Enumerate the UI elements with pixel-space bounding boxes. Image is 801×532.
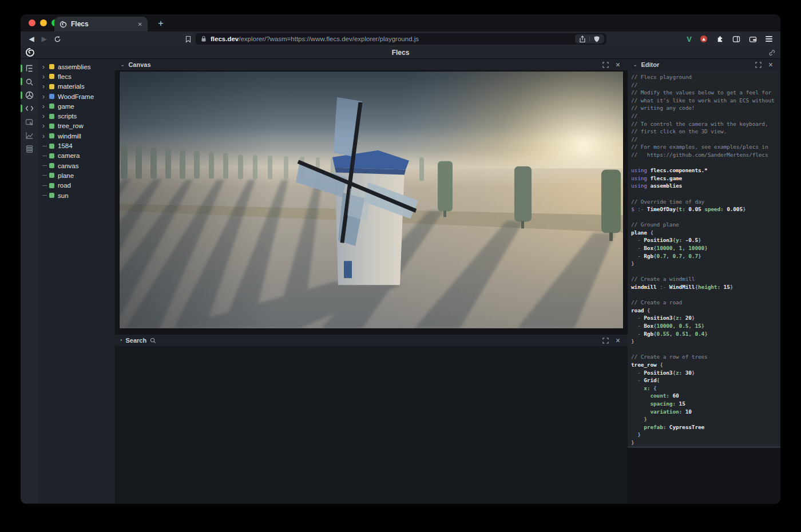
rail-logs-icon[interactable] [21, 142, 38, 155]
code-line: } [631, 431, 780, 439]
expand-icon[interactable]: › [42, 83, 49, 90]
page-title: Flecs [21, 46, 780, 59]
tree-item-windmill[interactable]: ›windmill [38, 131, 115, 141]
editor-resize-handle[interactable] [628, 446, 780, 448]
reload-button[interactable] [52, 31, 62, 46]
code-line: - Box{10000, 1, 10000} [631, 244, 780, 252]
link-icon[interactable] [768, 49, 775, 56]
rail-stats-icon[interactable] [21, 129, 38, 142]
expand-icon[interactable]: › [42, 122, 49, 129]
tree-item-camera[interactable]: camera [38, 151, 115, 161]
tree-item-label: camera [58, 152, 80, 159]
close-window-button[interactable] [29, 19, 35, 26]
code-line: // Create a road [631, 299, 780, 307]
search-fullscreen-button[interactable] [601, 336, 610, 345]
tree-item-road[interactable]: road [38, 181, 115, 190]
code-line: - Box{10000, 0.5, 15} [631, 322, 780, 330]
code-line: prefab: CypressTree [631, 423, 780, 431]
code-line: - Position3{z: 30} [631, 369, 780, 377]
tree-item-tree_row[interactable]: ›tree_row [38, 121, 115, 131]
tree-item-assemblies[interactable]: ›assemblies [38, 62, 115, 72]
entity-color-square [49, 104, 54, 109]
search-close-button[interactable]: ✕ [613, 336, 622, 345]
code-line: // [631, 81, 780, 89]
share-icon[interactable] [579, 35, 586, 43]
tree-item-WoodFrame[interactable]: ›WoodFrame [38, 92, 115, 101]
menu-icon[interactable] [766, 36, 772, 42]
url-actions [575, 34, 604, 43]
rail-entity-tree-icon[interactable] [21, 62, 38, 75]
tree-item-game[interactable]: ›game [38, 101, 115, 111]
main-area: ⌄ Canvas ✕ [115, 59, 628, 503]
expand-icon[interactable]: › [42, 133, 49, 140]
rail-search-icon[interactable] [21, 75, 38, 88]
tree-item-label: sun [58, 192, 69, 199]
expand-icon[interactable]: › [42, 63, 49, 70]
tree-item-label: flecs [58, 73, 72, 80]
tab-close-icon[interactable]: ✕ [138, 21, 142, 27]
code-line: using flecs.components.* [631, 166, 780, 174]
canvas-close-button[interactable]: ✕ [613, 60, 622, 69]
chevron-down-icon[interactable]: ⌄ [633, 62, 637, 68]
code-line [631, 291, 780, 299]
tree-item-plane[interactable]: plane [38, 170, 115, 180]
rewards-badge-icon[interactable] [700, 35, 707, 42]
new-tab-button[interactable]: + [154, 17, 168, 30]
shield-icon[interactable] [593, 35, 600, 43]
code-line: - Rgb{0.7, 0.7, 0.7} [631, 252, 780, 260]
canvas-3d-view[interactable] [119, 71, 624, 329]
logs-icon [25, 145, 34, 153]
canvas-panel-title: Canvas [128, 61, 150, 68]
code-line: count: 60 [631, 392, 780, 400]
fullscreen-icon [755, 62, 762, 68]
tree-item-sun[interactable]: sun [38, 190, 115, 200]
browser-tab[interactable]: Flecs ✕ [54, 17, 148, 31]
tree-item-label: tree_row [58, 122, 84, 129]
search-icon [25, 78, 34, 86]
tree-item-1584[interactable]: 1584 [38, 141, 115, 150]
code-line: - Position3{y: -0.5} [631, 236, 780, 244]
code-editor[interactable]: // Flecs playground//// Modify the value… [628, 70, 780, 446]
tree-item-flecs[interactable]: ›flecs [38, 72, 115, 81]
canvas-fullscreen-button[interactable] [601, 60, 610, 69]
editor-fullscreen-button[interactable] [754, 60, 763, 69]
expand-icon[interactable]: › [42, 93, 49, 100]
app-header: Flecs [21, 46, 780, 59]
expand-icon[interactable]: › [42, 103, 49, 110]
editor-panel: ⌄ Editor ✕ // Flecs playground//// Modif… [628, 59, 780, 503]
rail-inspect-icon[interactable] [21, 116, 38, 129]
active-indicator [21, 92, 22, 99]
minimize-window-button[interactable] [40, 19, 47, 26]
rail-code-icon[interactable] [21, 102, 38, 115]
tree-item-canvas[interactable]: canvas [38, 161, 115, 170]
tree-item-label: scripts [58, 113, 77, 120]
entity-color-square [49, 133, 54, 138]
editor-close-button[interactable]: ✕ [766, 60, 775, 69]
expand-icon[interactable]: › [42, 73, 49, 80]
sidebar-icon[interactable] [732, 35, 740, 43]
extensions-puzzle-icon[interactable] [716, 35, 724, 43]
search-collapse-dot[interactable]: • [120, 338, 122, 343]
vue-devtools-icon[interactable]: V [687, 35, 692, 43]
editor-panel-title: Editor [641, 61, 659, 68]
entity-tree: ›assemblies›flecs›materials›WoodFrame›ga… [38, 59, 115, 503]
address-bar[interactable]: flecs.dev /explorer/?wasm=https://www.fl… [196, 33, 606, 45]
expand-icon[interactable]: › [42, 113, 49, 120]
back-button[interactable]: ◀ [26, 31, 37, 46]
url-domain: flecs.dev [211, 35, 239, 42]
active-indicator [21, 105, 22, 112]
entity-tree-icon [25, 64, 34, 73]
bookmark-button[interactable] [183, 31, 193, 46]
code-line: // Create a windmill [631, 275, 780, 283]
leaf-dash-icon [42, 195, 49, 196]
tree-item-scripts[interactable]: ›scripts [38, 111, 115, 121]
rail-world-icon[interactable] [21, 89, 38, 102]
code-line: // writing any code! [631, 104, 780, 112]
tree-item-materials[interactable]: ›materials [38, 82, 115, 92]
forward-button[interactable]: ▶ [39, 31, 49, 46]
entity-color-square [49, 183, 54, 188]
code-icon [25, 104, 34, 113]
wallet-icon[interactable] [749, 35, 757, 43]
search-results-area[interactable] [115, 346, 628, 503]
chevron-down-icon[interactable]: ⌄ [120, 62, 125, 68]
